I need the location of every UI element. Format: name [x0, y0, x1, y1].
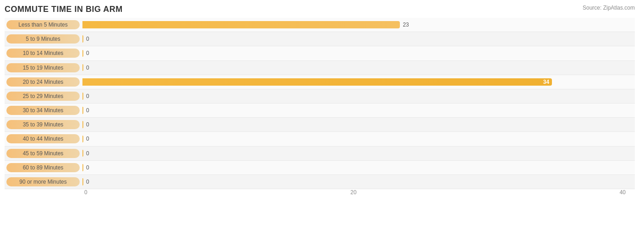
bar-value: 23 — [403, 22, 409, 28]
bar-fill-zero — [82, 178, 83, 185]
x-axis-label: 40 — [620, 189, 626, 196]
bar-label-pill: Less than 5 Minutes — [6, 20, 80, 29]
source-text: Source: ZipAtlas.com — [583, 5, 635, 11]
bar-value: 0 — [86, 50, 89, 56]
x-axis: 02040 — [5, 189, 635, 203]
bar-row: 20 to 24 Minutes34 — [5, 75, 635, 89]
bar-value: 0 — [86, 150, 89, 157]
bar-fill: 34 — [82, 78, 552, 86]
bar-row: 45 to 59 Minutes0 — [5, 147, 635, 161]
bar-label-pill: 60 to 89 Minutes — [6, 163, 80, 172]
bar-fill-zero — [82, 107, 83, 114]
bar-fill-zero — [82, 50, 83, 57]
bar-label-pill: 5 to 9 Minutes — [6, 34, 80, 44]
bar-row: 35 to 39 Minutes0 — [5, 118, 635, 132]
bar-row: 60 to 89 Minutes0 — [5, 161, 635, 175]
bar-fill-zero — [82, 121, 83, 128]
bar-label-pill: 10 to 14 Minutes — [6, 49, 80, 58]
chart-title: COMMUTE TIME IN BIG ARM — [5, 5, 635, 14]
bar-label-pill: 20 to 24 Minutes — [6, 77, 80, 87]
bar-value: 0 — [86, 107, 89, 114]
bar-label-pill: 40 to 44 Minutes — [6, 134, 80, 143]
chart-area: Less than 5 Minutes235 to 9 Minutes010 t… — [5, 18, 635, 203]
bar-value: 0 — [86, 136, 89, 142]
bar-fill-zero — [82, 35, 83, 43]
bar-value: 0 — [86, 121, 89, 128]
bar-fill-zero — [82, 93, 83, 100]
bar-fill — [82, 21, 400, 28]
bar-row: 40 to 44 Minutes0 — [5, 132, 635, 146]
x-axis-labels: 02040 — [5, 189, 635, 196]
bar-value: 0 — [86, 36, 89, 42]
bar-label-pill: 15 to 19 Minutes — [6, 63, 80, 72]
bar-fill-zero — [82, 164, 83, 171]
bar-row: Less than 5 Minutes23 — [5, 18, 635, 32]
bar-row: 15 to 19 Minutes0 — [5, 61, 635, 75]
x-axis-label: 0 — [84, 189, 87, 196]
bar-row: 90 or more Minutes0 — [5, 175, 635, 189]
bar-row: 5 to 9 Minutes0 — [5, 32, 635, 46]
bar-value: 0 — [86, 164, 89, 171]
bar-value-inside: 34 — [543, 79, 549, 85]
bar-value: 0 — [86, 93, 89, 99]
bar-fill-zero — [82, 136, 83, 143]
bar-row: 30 to 34 Minutes0 — [5, 104, 635, 118]
bars-section: Less than 5 Minutes235 to 9 Minutes010 t… — [5, 18, 635, 189]
bar-label-pill: 45 to 59 Minutes — [6, 149, 80, 158]
bar-value: 0 — [86, 179, 89, 185]
bar-row: 25 to 29 Minutes0 — [5, 89, 635, 104]
bar-label-pill: 25 to 29 Minutes — [6, 92, 80, 101]
bar-label-pill: 35 to 39 Minutes — [6, 120, 80, 129]
bar-row: 10 to 14 Minutes0 — [5, 46, 635, 60]
chart-container: COMMUTE TIME IN BIG ARM Source: ZipAtlas… — [0, 0, 644, 240]
x-axis-label: 20 — [350, 189, 356, 196]
bar-fill-zero — [82, 64, 83, 71]
bar-label-pill: 30 to 34 Minutes — [6, 106, 80, 115]
bar-value: 0 — [86, 65, 89, 71]
bar-label-pill: 90 or more Minutes — [6, 177, 80, 186]
bar-fill-zero — [82, 150, 83, 157]
